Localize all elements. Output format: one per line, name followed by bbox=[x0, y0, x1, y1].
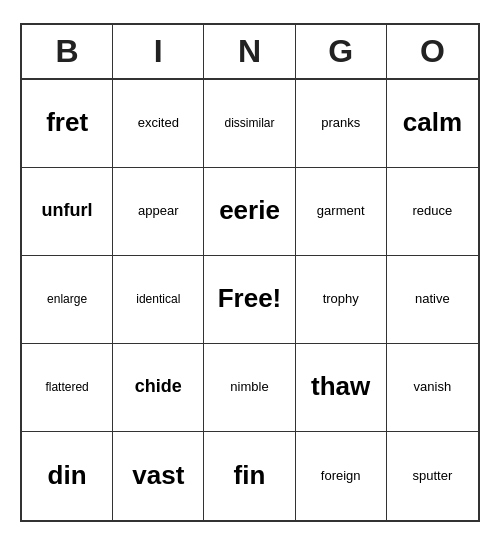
cell-text-9: reduce bbox=[413, 203, 453, 219]
cell-10: enlarge bbox=[22, 256, 113, 344]
cell-23: foreign bbox=[296, 432, 387, 520]
cell-21: vast bbox=[113, 432, 204, 520]
cell-5: unfurl bbox=[22, 168, 113, 256]
cell-17: nimble bbox=[204, 344, 295, 432]
cell-12: Free! bbox=[204, 256, 295, 344]
cell-2: dissimilar bbox=[204, 80, 295, 168]
cell-text-23: foreign bbox=[321, 468, 361, 484]
cell-text-15: flattered bbox=[45, 380, 88, 394]
cell-16: chide bbox=[113, 344, 204, 432]
cell-text-3: pranks bbox=[321, 115, 360, 131]
cell-24: sputter bbox=[387, 432, 478, 520]
cell-15: flattered bbox=[22, 344, 113, 432]
bingo-card: BINGO fretexciteddissimilarprankscalmunf… bbox=[20, 23, 480, 522]
cell-11: identical bbox=[113, 256, 204, 344]
cell-text-1: excited bbox=[138, 115, 179, 131]
cell-text-14: native bbox=[415, 291, 450, 307]
cell-1: excited bbox=[113, 80, 204, 168]
cell-text-10: enlarge bbox=[47, 292, 87, 306]
cell-text-18: thaw bbox=[311, 371, 370, 402]
header-letter-b: B bbox=[22, 25, 113, 78]
cell-text-7: eerie bbox=[219, 195, 280, 226]
cell-7: eerie bbox=[204, 168, 295, 256]
cell-text-20: din bbox=[48, 460, 87, 491]
cell-4: calm bbox=[387, 80, 478, 168]
cell-text-12: Free! bbox=[218, 283, 282, 314]
cell-text-21: vast bbox=[132, 460, 184, 491]
cell-text-8: garment bbox=[317, 203, 365, 219]
cell-18: thaw bbox=[296, 344, 387, 432]
cell-text-16: chide bbox=[135, 376, 182, 398]
cell-13: trophy bbox=[296, 256, 387, 344]
cell-22: fin bbox=[204, 432, 295, 520]
header-letter-n: N bbox=[204, 25, 295, 78]
cell-text-24: sputter bbox=[413, 468, 453, 484]
header-letter-o: O bbox=[387, 25, 478, 78]
cell-6: appear bbox=[113, 168, 204, 256]
cell-text-6: appear bbox=[138, 203, 178, 219]
cell-9: reduce bbox=[387, 168, 478, 256]
cell-0: fret bbox=[22, 80, 113, 168]
cell-3: pranks bbox=[296, 80, 387, 168]
cell-20: din bbox=[22, 432, 113, 520]
cell-14: native bbox=[387, 256, 478, 344]
cell-text-2: dissimilar bbox=[224, 116, 274, 130]
header-letter-g: G bbox=[296, 25, 387, 78]
cell-text-0: fret bbox=[46, 107, 88, 138]
header-letter-i: I bbox=[113, 25, 204, 78]
cell-text-5: unfurl bbox=[42, 200, 93, 222]
cell-19: vanish bbox=[387, 344, 478, 432]
cell-text-17: nimble bbox=[230, 379, 268, 395]
bingo-header: BINGO bbox=[22, 25, 478, 80]
cell-text-22: fin bbox=[234, 460, 266, 491]
cell-8: garment bbox=[296, 168, 387, 256]
bingo-grid: fretexciteddissimilarprankscalmunfurlapp… bbox=[22, 80, 478, 520]
cell-text-13: trophy bbox=[323, 291, 359, 307]
cell-text-19: vanish bbox=[414, 379, 452, 395]
cell-text-11: identical bbox=[136, 292, 180, 306]
cell-text-4: calm bbox=[403, 107, 462, 138]
